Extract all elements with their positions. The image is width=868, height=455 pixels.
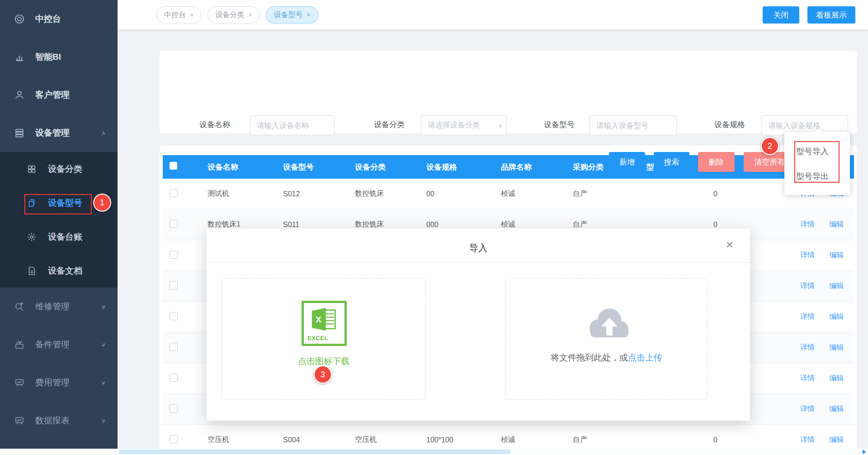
row-checkbox[interactable] (170, 404, 178, 412)
close-button[interactable]: 关闭 (763, 6, 799, 24)
sidebar-item-bi[interactable]: 智能BI (0, 38, 118, 76)
annotation-step-1: 1 (93, 194, 111, 212)
excel-label: EXCEL (307, 335, 328, 341)
device-model-input[interactable] (590, 115, 677, 135)
annotation-box-dropdown (794, 141, 840, 183)
tab-equipment-category[interactable]: 设备分类 × (208, 6, 259, 24)
board-display-button[interactable]: 看板展示 (807, 6, 855, 24)
scrollbar-right-arrow-icon[interactable] (863, 450, 866, 454)
chevron-down-icon: ∨ (101, 304, 106, 310)
cell-device-spec: 000 (418, 221, 490, 229)
cell-device-spec: 00 (418, 190, 490, 198)
sidebar-item-expenses[interactable]: 费用管理 ∨ (0, 364, 118, 402)
col-header: 设备分类 (346, 162, 418, 172)
detail-link[interactable]: 详情 (800, 282, 815, 289)
sidebar-item-label: 设备分类 (48, 163, 82, 175)
add-button[interactable]: 新增 (609, 152, 645, 172)
tab-console[interactable]: 中控台 × (156, 6, 201, 24)
cell-device-name: 测试机 (199, 189, 274, 199)
sidebar-item-label: 备件管理 (35, 339, 70, 351)
row-checkbox[interactable] (170, 189, 178, 197)
drop-hint-text: 将文件拖到此处，或 (551, 353, 628, 362)
cloud-upload-icon (586, 306, 629, 341)
device-category-select[interactable]: 请选择设备分类 ∨ (421, 115, 507, 135)
edit-link[interactable]: 编辑 (829, 374, 844, 382)
row-checkbox[interactable] (170, 435, 178, 443)
sidebar-item-label: 客户管理 (35, 89, 70, 101)
col-header: 品牌名称 (490, 162, 562, 172)
detail-link[interactable]: 详情 (800, 343, 815, 351)
edit-link[interactable]: 编辑 (829, 343, 844, 351)
device-name-input[interactable] (250, 115, 335, 135)
row-checkbox[interactable] (170, 312, 178, 320)
delete-button[interactable]: 删除 (698, 152, 735, 172)
click-upload-link[interactable]: 点击上传 (628, 353, 662, 362)
presentation-board-icon (14, 377, 25, 389)
col-header: 设备规格 (418, 162, 490, 172)
gear-icon (26, 232, 37, 242)
chevron-down-icon: ∨ (101, 380, 106, 386)
modal-title: 导入 (207, 242, 750, 254)
annotation-step-2: 2 (761, 137, 779, 155)
window-bottom-strip (0, 449, 118, 455)
edit-link[interactable]: 编辑 (829, 436, 844, 443)
col-header: 设备型号 (274, 162, 346, 172)
row-checkbox[interactable] (170, 374, 178, 382)
detail-link[interactable]: 详情 (800, 313, 815, 320)
row-checkbox[interactable] (170, 281, 178, 289)
sidebar-item-spare-parts[interactable]: 备件管理 ∨ (0, 326, 118, 364)
sidebar-item-label: 数据报表 (35, 415, 70, 427)
edit-link[interactable]: 编辑 (829, 405, 844, 412)
search-button[interactable]: 搜索 (654, 152, 689, 172)
detail-link[interactable]: 详情 (800, 374, 815, 382)
import-modal: 导入 ✕ X EXCEL 点击图标下载 将文件拖到此处，或点击上传 (207, 228, 750, 421)
cell-serial: 0 (704, 221, 763, 229)
modal-close-icon[interactable]: ✕ (726, 240, 734, 250)
edit-link[interactable]: 编辑 (829, 251, 844, 259)
tab-label: 设备分类 (215, 10, 244, 20)
cell-device-model: S011 (274, 221, 346, 229)
select-all-checkbox[interactable] (170, 162, 177, 170)
row-checkbox[interactable] (170, 220, 178, 228)
bar-chart-icon (14, 51, 25, 63)
cell-serial: 0 (704, 436, 763, 444)
edit-link[interactable]: 编辑 (829, 220, 844, 228)
detail-link[interactable]: 详情 (800, 405, 815, 412)
sidebar-item-label: 设备管理 (35, 127, 70, 139)
equipment-submenu: 设备分类 设备型号 设备台账 设备文档 (0, 152, 118, 288)
row-checkbox[interactable] (170, 251, 178, 259)
detail-link[interactable]: 详情 (800, 251, 815, 259)
sidebar-item-equipment-ledger[interactable]: 设备台账 (0, 220, 118, 254)
grid-icon (26, 164, 37, 175)
magnifier-gear-icon (14, 301, 25, 313)
close-icon[interactable]: × (248, 11, 252, 19)
sidebar-item-label: 费用管理 (35, 377, 70, 389)
tab-equipment-model[interactable]: 设备型号 × (266, 6, 318, 24)
excel-download-icon[interactable]: X EXCEL (302, 301, 347, 346)
sidebar-item-label: 中控台 (35, 13, 61, 25)
edit-link[interactable]: 编辑 (829, 282, 844, 289)
detail-link[interactable]: 详情 (800, 220, 815, 228)
file-drop-area[interactable]: 将文件拖到此处，或点击上传 (505, 278, 708, 400)
topbar: 中控台 × 设备分类 × 设备型号 × 关闭 看板展示 (118, 0, 868, 29)
sidebar-item-equipment-category[interactable]: 设备分类 (0, 152, 118, 186)
sidebar-item-reports[interactable]: 数据报表 ∨ (0, 402, 118, 440)
close-icon[interactable]: × (190, 11, 193, 19)
document-icon (26, 265, 37, 276)
sidebar-item-equipment-docs[interactable]: 设备文档 (0, 254, 118, 288)
edit-link[interactable]: 编辑 (829, 313, 844, 320)
cell-brand-name: 桢诚 (490, 435, 562, 445)
sidebar-item-repair[interactable]: 维修管理 ∨ (0, 288, 118, 326)
close-icon[interactable]: × (307, 11, 310, 19)
cell-device-name: 空压机 (199, 435, 274, 445)
cell-device-category: 数控铣床 (346, 220, 418, 229)
sidebar-item-customers[interactable]: 客户管理 (0, 76, 118, 114)
server-stack-icon (14, 127, 25, 139)
row-checkbox[interactable] (170, 343, 178, 351)
sidebar-item-console[interactable]: 中控台 (0, 0, 118, 38)
sidebar-item-equipment[interactable]: 设备管理 ∧ (0, 114, 118, 152)
chevron-up-icon: ∧ (101, 130, 106, 136)
scrollbar-thumb[interactable] (118, 450, 511, 454)
divider (207, 262, 750, 263)
detail-link[interactable]: 详情 (800, 436, 815, 443)
